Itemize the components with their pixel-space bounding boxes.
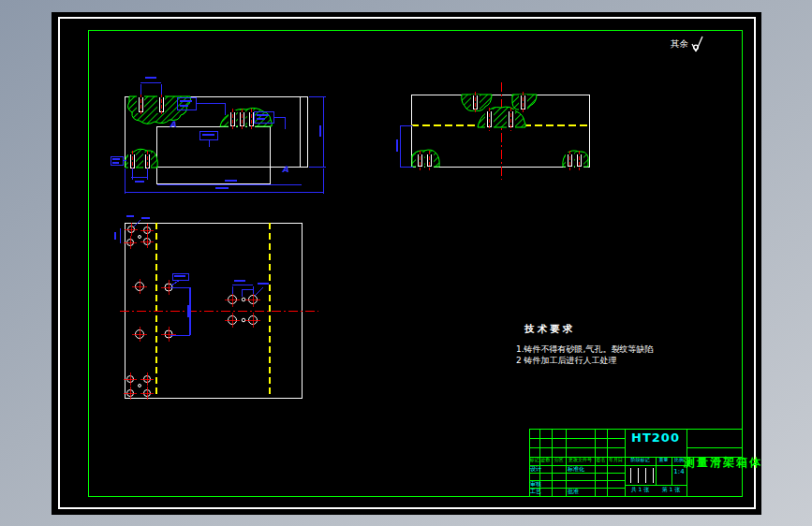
revision-header-row: 标记 处数 分区 更改文件号 签名 年月日	[529, 458, 625, 462]
role-design-label: 设计	[530, 466, 541, 472]
front-section-view	[111, 78, 326, 194]
side-section-view	[397, 82, 589, 180]
stage-mark-header: 阶段标记	[625, 458, 656, 462]
role-process-label: 工艺	[530, 489, 541, 494]
plan-view	[115, 216, 318, 400]
tech-requirement-item: 1.铸件不得有砂眼,气孔。裂纹等缺陷	[516, 345, 653, 354]
stage-header-row: 阶段标记 重量 比例	[625, 458, 687, 462]
section-label-a1: A	[170, 121, 176, 129]
sheet-row: 共 1 张 第 1 张	[625, 487, 687, 492]
tech-requirements-title: 技术要求	[524, 324, 575, 334]
surface-roughness-icon	[692, 37, 702, 51]
scale-header: 比例	[672, 458, 687, 462]
section-label-a2: A	[282, 166, 288, 174]
rev-header: 处数	[539, 458, 552, 462]
role-review-label: 审核	[530, 481, 541, 487]
cad-viewer-window: 其余 A A 技术要求 1.铸件不得有砂眼,气孔。裂纹等缺陷 2 铸件加工后进行…	[0, 0, 812, 526]
surface-note-label: 其余	[671, 39, 688, 49]
role-approve-label: 批准	[568, 489, 579, 494]
sheet-number: 第 1 张	[656, 487, 687, 492]
sheet-total: 共 1 张	[625, 487, 656, 492]
rev-header: 分区	[552, 458, 566, 462]
scale-value: 1:4	[672, 469, 687, 475]
material-label: HT200	[625, 431, 687, 444]
rev-header: 标记	[529, 458, 539, 462]
tech-requirement-item: 2 铸件加工后进行人工处理	[516, 357, 617, 365]
title-block-stage-ticks	[630, 468, 653, 483]
rev-header: 年月日	[607, 458, 625, 462]
drawing-canvas[interactable]: 其余 A A 技术要求 1.铸件不得有砂眼,气孔。裂纹等缺陷 2 铸件加工后进行…	[52, 12, 761, 515]
part-name-label: 测量滑架箱体	[684, 457, 762, 468]
role-standardize-label: 标准化	[568, 466, 584, 472]
rev-header: 更改文件号	[566, 458, 595, 462]
rev-header: 签名	[595, 458, 607, 462]
weight-header: 重量	[656, 458, 672, 462]
